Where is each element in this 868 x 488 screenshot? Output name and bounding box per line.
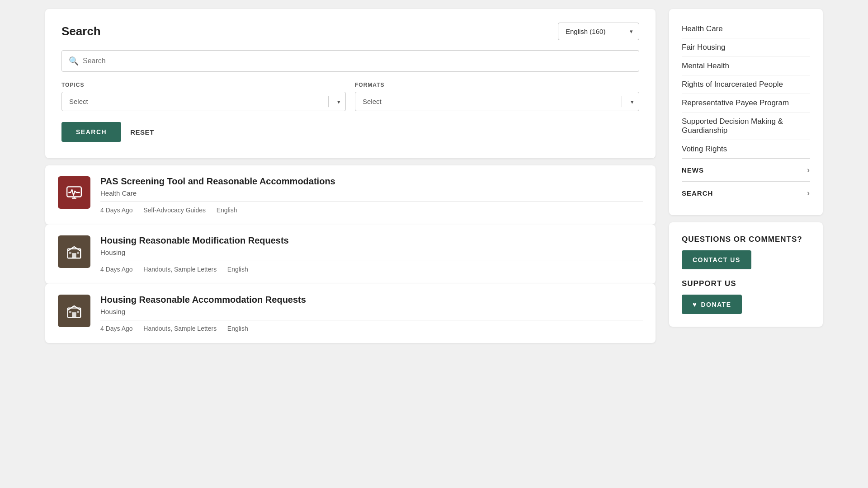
search-icon: 🔍 xyxy=(69,56,79,66)
result-format: Self-Advocacy Guides xyxy=(143,206,206,214)
search-button[interactable]: SEARCH xyxy=(61,122,121,142)
result-card: Housing Reasonable Accommodation Request… xyxy=(45,284,656,343)
main-content: Search English (160) Spanish French ▾ 🔍 … xyxy=(45,9,656,479)
sidebar-topic-item[interactable]: Health Care xyxy=(682,20,810,38)
formats-select-wrapper: Select Handouts Sample Letters Self-Advo… xyxy=(355,92,639,111)
result-divider xyxy=(100,320,643,320)
contact-panel: QUESTIONS OR COMMENTS? CONTACT US SUPPOR… xyxy=(669,222,823,327)
search-box-header: Search English (160) Spanish French ▾ xyxy=(61,23,639,40)
result-title[interactable]: Housing Reasonable Accommodation Request… xyxy=(100,295,643,305)
result-meta: 4 Days Ago Handouts, Sample Letters Engl… xyxy=(100,325,643,332)
result-separator xyxy=(137,206,141,214)
sidebar-topic-item[interactable]: Voting Rights xyxy=(682,140,810,158)
sidebar-topic-item[interactable]: Mental Health xyxy=(682,57,810,75)
result-language: English xyxy=(227,325,248,332)
donate-button[interactable]: ♥ DONATE xyxy=(682,295,742,314)
result-category: Health Care xyxy=(100,189,643,197)
result-separator2 xyxy=(210,206,214,214)
buttons-row: SEARCH RESET xyxy=(61,122,639,142)
topics-panel: Health CareFair HousingMental HealthRigh… xyxy=(669,9,823,215)
sidebar: Health CareFair HousingMental HealthRigh… xyxy=(669,9,823,479)
search-input-wrapper: 🔍 xyxy=(61,50,639,72)
svg-rect-9 xyxy=(69,311,71,313)
sidebar-nav-item[interactable]: SEARCH› xyxy=(682,181,810,204)
result-format: Handouts, Sample Letters xyxy=(143,325,217,332)
result-card: Housing Reasonable Modification Requests… xyxy=(45,225,656,284)
donate-label: DONATE xyxy=(701,301,731,308)
result-date: 4 Days Ago xyxy=(100,325,133,332)
result-meta: 4 Days Ago Self-Advocacy Guides English xyxy=(100,206,643,214)
sidebar-nav-label: SEARCH xyxy=(682,189,713,197)
result-card: PAS Screening Tool and Reasonable Accomm… xyxy=(45,165,656,225)
result-divider xyxy=(100,261,643,261)
result-title[interactable]: PAS Screening Tool and Reasonable Accomm… xyxy=(100,176,643,187)
svg-rect-4 xyxy=(72,253,76,258)
result-content: Housing Reasonable Accommodation Request… xyxy=(100,295,643,332)
heart-icon: ♥ xyxy=(693,300,697,308)
result-format: Handouts, Sample Letters xyxy=(143,266,217,273)
search-box: Search English (160) Spanish French ▾ 🔍 … xyxy=(45,9,656,158)
sidebar-nav: NEWS›SEARCH› xyxy=(682,158,810,204)
svg-rect-6 xyxy=(77,252,79,254)
svg-rect-8 xyxy=(72,312,76,317)
result-icon-box xyxy=(58,235,90,268)
reset-button[interactable]: RESET xyxy=(130,128,154,136)
language-select-wrapper: English (160) Spanish French ▾ xyxy=(558,23,639,40)
sidebar-nav-item[interactable]: NEWS› xyxy=(682,158,810,181)
svg-rect-10 xyxy=(77,311,79,313)
dropdowns-row: TOPICS Select Health Care Housing Voting… xyxy=(61,82,639,111)
formats-label: FORMATS xyxy=(355,82,639,88)
support-title: SUPPORT US xyxy=(682,279,810,288)
contact-us-button[interactable]: CONTACT US xyxy=(682,250,751,269)
results-container: PAS Screening Tool and Reasonable Accomm… xyxy=(45,165,656,343)
chevron-right-icon: › xyxy=(807,165,810,175)
result-content: PAS Screening Tool and Reasonable Accomm… xyxy=(100,176,643,214)
result-language: English xyxy=(227,266,248,273)
result-language: English xyxy=(217,206,237,214)
result-separator xyxy=(137,325,141,332)
result-date: 4 Days Ago xyxy=(100,266,133,273)
questions-title: QUESTIONS OR COMMENTS? xyxy=(682,235,810,244)
search-box-title: Search xyxy=(61,24,101,38)
result-separator xyxy=(137,266,141,273)
sidebar-topic-item[interactable]: Rights of Incarcerated People xyxy=(682,75,810,94)
result-category: Housing xyxy=(100,249,643,256)
result-icon-box xyxy=(58,295,90,327)
sidebar-topics-list: Health CareFair HousingMental HealthRigh… xyxy=(682,20,810,158)
chevron-right-icon: › xyxy=(807,188,810,198)
result-date: 4 Days Ago xyxy=(100,206,133,214)
result-separator2 xyxy=(221,325,225,332)
result-title[interactable]: Housing Reasonable Modification Requests xyxy=(100,235,643,246)
sidebar-topic-item[interactable]: Representative Payee Program xyxy=(682,94,810,113)
sidebar-nav-label: NEWS xyxy=(682,166,704,174)
language-select[interactable]: English (160) Spanish French xyxy=(558,23,639,40)
sidebar-topic-item[interactable]: Fair Housing xyxy=(682,38,810,57)
result-divider xyxy=(100,202,643,202)
formats-select[interactable]: Select Handouts Sample Letters Self-Advo… xyxy=(355,92,639,111)
result-separator2 xyxy=(221,266,225,273)
svg-rect-5 xyxy=(69,252,71,254)
formats-dropdown-group: FORMATS Select Handouts Sample Letters S… xyxy=(355,82,639,111)
sidebar-topic-item[interactable]: Supported Decision Making & Guardianship xyxy=(682,113,810,140)
result-icon-box xyxy=(58,176,90,209)
topics-dropdown-group: TOPICS Select Health Care Housing Voting… xyxy=(61,82,346,111)
search-input[interactable] xyxy=(61,50,639,72)
topics-label: TOPICS xyxy=(61,82,346,88)
topics-select-wrapper: Select Health Care Housing Voting Rights… xyxy=(61,92,346,111)
result-content: Housing Reasonable Modification Requests… xyxy=(100,235,643,273)
result-meta: 4 Days Ago Handouts, Sample Letters Engl… xyxy=(100,266,643,273)
result-category: Housing xyxy=(100,308,643,315)
topics-select[interactable]: Select Health Care Housing Voting Rights xyxy=(61,92,346,111)
